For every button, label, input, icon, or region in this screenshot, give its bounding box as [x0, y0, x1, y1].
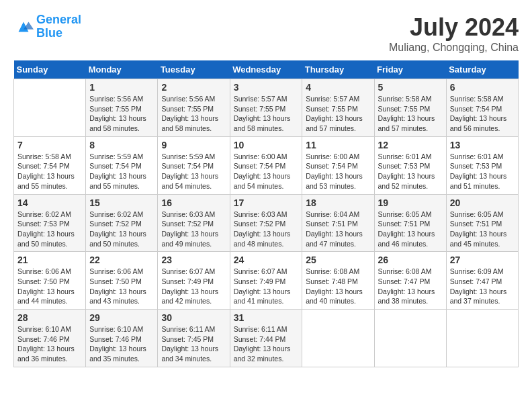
page-header: General Blue July 2024 Muliang, Chongqin… [13, 13, 519, 54]
day-info: Sunrise: 5:58 AMSunset: 7:54 PMDaylight:… [450, 94, 515, 134]
day-number: 15 [89, 197, 154, 208]
day-info: Sunrise: 6:01 AMSunset: 7:53 PMDaylight:… [378, 152, 443, 191]
day-info: Sunrise: 6:07 AMSunset: 7:49 PMDaylight:… [161, 267, 226, 306]
day-info: Sunrise: 5:59 AMSunset: 7:54 PMDaylight:… [161, 152, 226, 191]
weekday-header-sunday: Sunday [14, 60, 86, 79]
day-number: 20 [450, 197, 515, 208]
calendar-cell: 9Sunrise: 5:59 AMSunset: 7:54 PMDaylight… [158, 136, 230, 194]
calendar-cell: 5Sunrise: 5:58 AMSunset: 7:55 PMDaylight… [374, 79, 446, 137]
calendar-cell: 2Sunrise: 5:56 AMSunset: 7:55 PMDaylight… [158, 79, 230, 137]
day-info: Sunrise: 6:08 AMSunset: 7:47 PMDaylight:… [378, 267, 443, 306]
weekday-header-monday: Monday [86, 60, 158, 79]
day-info: Sunrise: 6:09 AMSunset: 7:47 PMDaylight:… [450, 267, 515, 306]
calendar-cell: 31Sunrise: 6:11 AMSunset: 7:44 PMDayligh… [230, 310, 302, 367]
calendar-cell: 7Sunrise: 5:58 AMSunset: 7:54 PMDaylight… [14, 136, 86, 194]
day-number: 17 [234, 197, 299, 208]
day-number: 8 [89, 140, 154, 150]
day-info: Sunrise: 5:59 AMSunset: 7:54 PMDaylight:… [89, 152, 154, 191]
day-number: 6 [450, 82, 515, 93]
calendar-cell: 10Sunrise: 6:00 AMSunset: 7:54 PMDayligh… [230, 136, 302, 194]
calendar-cell: 23Sunrise: 6:07 AMSunset: 7:49 PMDayligh… [158, 252, 230, 310]
calendar-cell: 22Sunrise: 6:06 AMSunset: 7:50 PMDayligh… [86, 252, 158, 310]
day-info: Sunrise: 6:11 AMSunset: 7:44 PMDaylight:… [234, 324, 299, 364]
day-number: 14 [17, 197, 82, 208]
logo-text: General Blue [36, 13, 81, 40]
calendar-cell: 20Sunrise: 6:05 AMSunset: 7:51 PMDayligh… [446, 194, 518, 252]
day-number: 10 [234, 140, 299, 150]
calendar-cell: 16Sunrise: 6:03 AMSunset: 7:52 PMDayligh… [158, 194, 230, 252]
calendar-cell: 14Sunrise: 6:02 AMSunset: 7:53 PMDayligh… [14, 194, 86, 252]
day-info: Sunrise: 5:58 AMSunset: 7:55 PMDaylight:… [378, 94, 443, 134]
day-number: 24 [234, 255, 299, 265]
calendar-cell: 4Sunrise: 5:57 AMSunset: 7:55 PMDaylight… [302, 79, 374, 137]
day-number: 18 [306, 197, 370, 208]
calendar-cell: 11Sunrise: 6:00 AMSunset: 7:54 PMDayligh… [302, 136, 374, 194]
day-number: 9 [161, 140, 226, 150]
calendar-cell: 24Sunrise: 6:07 AMSunset: 7:49 PMDayligh… [230, 252, 302, 310]
calendar-cell: 25Sunrise: 6:08 AMSunset: 7:48 PMDayligh… [302, 252, 374, 310]
calendar-cell: 8Sunrise: 5:59 AMSunset: 7:54 PMDaylight… [86, 136, 158, 194]
day-number: 29 [89, 312, 154, 323]
calendar-cell: 3Sunrise: 5:57 AMSunset: 7:55 PMDaylight… [230, 79, 302, 137]
day-number: 23 [161, 255, 226, 265]
day-info: Sunrise: 5:58 AMSunset: 7:54 PMDaylight:… [17, 152, 82, 191]
calendar-cell: 15Sunrise: 6:02 AMSunset: 7:52 PMDayligh… [86, 194, 158, 252]
calendar-cell [302, 310, 374, 367]
day-info: Sunrise: 6:03 AMSunset: 7:52 PMDaylight:… [161, 210, 226, 249]
calendar-cell: 26Sunrise: 6:08 AMSunset: 7:47 PMDayligh… [374, 252, 446, 310]
day-number: 30 [161, 312, 226, 323]
main-title: July 2024 [389, 13, 519, 42]
day-info: Sunrise: 6:10 AMSunset: 7:46 PMDaylight:… [89, 324, 154, 364]
day-number: 13 [450, 140, 515, 150]
week-row-5: 28Sunrise: 6:10 AMSunset: 7:46 PMDayligh… [14, 310, 519, 367]
calendar-table: SundayMondayTuesdayWednesdayThursdayFrid… [13, 60, 519, 367]
day-number: 16 [161, 197, 226, 208]
day-info: Sunrise: 6:07 AMSunset: 7:49 PMDaylight:… [234, 267, 299, 306]
day-info: Sunrise: 5:56 AMSunset: 7:55 PMDaylight:… [161, 94, 226, 134]
calendar-cell: 21Sunrise: 6:06 AMSunset: 7:50 PMDayligh… [14, 252, 86, 310]
day-number: 3 [234, 82, 299, 93]
day-number: 26 [378, 255, 443, 265]
calendar-cell: 27Sunrise: 6:09 AMSunset: 7:47 PMDayligh… [446, 252, 518, 310]
day-info: Sunrise: 6:08 AMSunset: 7:48 PMDaylight:… [306, 267, 370, 306]
day-info: Sunrise: 6:00 AMSunset: 7:54 PMDaylight:… [306, 152, 370, 191]
day-info: Sunrise: 6:05 AMSunset: 7:51 PMDaylight:… [450, 210, 515, 249]
logo: General Blue [13, 13, 81, 40]
calendar-cell [446, 310, 518, 367]
day-info: Sunrise: 5:56 AMSunset: 7:55 PMDaylight:… [89, 94, 154, 134]
calendar-cell: 12Sunrise: 6:01 AMSunset: 7:53 PMDayligh… [374, 136, 446, 194]
calendar-cell: 17Sunrise: 6:03 AMSunset: 7:52 PMDayligh… [230, 194, 302, 252]
day-number: 11 [306, 140, 370, 150]
day-info: Sunrise: 6:03 AMSunset: 7:52 PMDaylight:… [234, 210, 299, 249]
calendar-cell: 6Sunrise: 5:58 AMSunset: 7:54 PMDaylight… [446, 79, 518, 137]
calendar-cell [14, 79, 86, 137]
calendar-cell: 29Sunrise: 6:10 AMSunset: 7:46 PMDayligh… [86, 310, 158, 367]
calendar-cell: 19Sunrise: 6:05 AMSunset: 7:51 PMDayligh… [374, 194, 446, 252]
day-info: Sunrise: 6:02 AMSunset: 7:52 PMDaylight:… [89, 210, 154, 249]
day-info: Sunrise: 6:04 AMSunset: 7:51 PMDaylight:… [306, 210, 370, 249]
subtitle: Muliang, Chongqing, China [389, 42, 519, 54]
weekday-header-friday: Friday [374, 60, 446, 79]
calendar-cell: 30Sunrise: 6:11 AMSunset: 7:45 PMDayligh… [158, 310, 230, 367]
day-number: 12 [378, 140, 443, 150]
day-number: 1 [89, 82, 154, 93]
day-number: 22 [89, 255, 154, 265]
logo-icon [13, 17, 34, 37]
calendar-cell [374, 310, 446, 367]
weekday-header-wednesday: Wednesday [230, 60, 302, 79]
week-row-3: 14Sunrise: 6:02 AMSunset: 7:53 PMDayligh… [14, 194, 519, 252]
day-number: 4 [306, 82, 370, 93]
day-number: 25 [306, 255, 370, 265]
weekday-header-tuesday: Tuesday [158, 60, 230, 79]
day-number: 5 [378, 82, 443, 93]
day-info: Sunrise: 6:00 AMSunset: 7:54 PMDaylight:… [234, 152, 299, 191]
day-number: 27 [450, 255, 515, 265]
week-row-2: 7Sunrise: 5:58 AMSunset: 7:54 PMDaylight… [14, 136, 519, 194]
day-number: 19 [378, 197, 443, 208]
day-number: 2 [161, 82, 226, 93]
day-info: Sunrise: 5:57 AMSunset: 7:55 PMDaylight:… [234, 94, 299, 134]
week-row-4: 21Sunrise: 6:06 AMSunset: 7:50 PMDayligh… [14, 252, 519, 310]
day-info: Sunrise: 6:05 AMSunset: 7:51 PMDaylight:… [378, 210, 443, 249]
day-info: Sunrise: 6:11 AMSunset: 7:45 PMDaylight:… [161, 324, 226, 364]
day-number: 28 [17, 312, 82, 323]
